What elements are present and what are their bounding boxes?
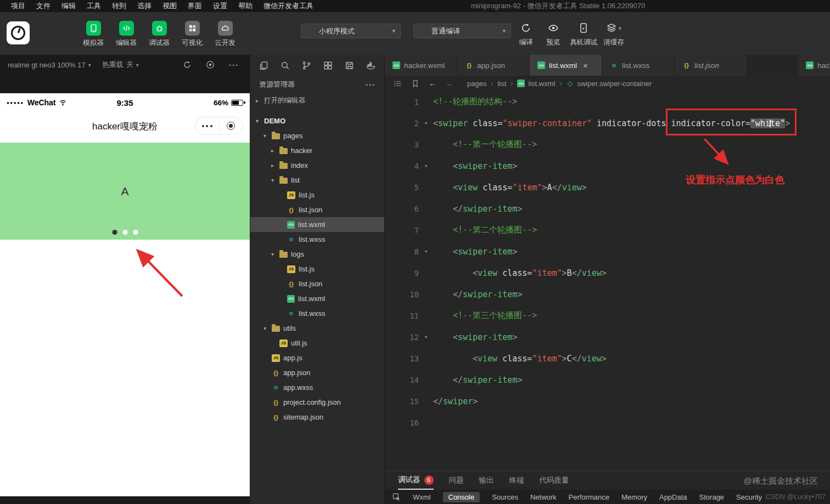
breadcrumb-item-pages[interactable]: pages: [467, 80, 486, 88]
tree-item-list[interactable]: ▾list: [250, 173, 384, 188]
tree-chevron-icon[interactable]: ▾: [254, 118, 261, 124]
more-actions-icon[interactable]: ···: [366, 80, 375, 89]
tab-list.wxss[interactable]: ≡list.wxss: [602, 55, 675, 76]
docker-icon[interactable]: [366, 61, 375, 70]
fold-toggle-icon[interactable]: ▾: [419, 120, 433, 127]
refresh-icon[interactable]: [183, 60, 192, 69]
debug-tab-Console[interactable]: Console: [443, 492, 480, 502]
close-icon[interactable]: ×: [583, 61, 588, 70]
tree-item-DEMO[interactable]: ▾DEMO: [250, 114, 384, 128]
code-text[interactable]: <!--第二个轮播图-->: [433, 225, 537, 235]
tree-item-list.js[interactable]: JSlist.js: [250, 262, 384, 276]
back-arrow-icon[interactable]: ←: [429, 79, 436, 88]
code-text[interactable]: <view class="item">C</view>: [433, 354, 607, 364]
code-editor[interactable]: 1<!--轮播图的结构-->2▾<swiper class="swiper-co…: [385, 91, 830, 471]
debug-tab-Storage[interactable]: Storage: [699, 493, 725, 501]
breadcrumb-item-list.wxml[interactable]: <>list.wxml: [517, 80, 555, 88]
code-text[interactable]: <swiper class="swiper-container" indicat…: [433, 118, 790, 128]
record-stop-icon[interactable]: [206, 60, 215, 69]
tree-chevron-icon[interactable]: ▾: [269, 251, 276, 257]
toolbar-button-device-debug[interactable]: 真机调试: [567, 21, 600, 47]
tree-item-logs[interactable]: ▾logs: [250, 247, 384, 262]
debug-tab-Network[interactable]: Network: [530, 493, 557, 501]
tree-item-list.wxss[interactable]: ≡list.wxss: [250, 306, 384, 321]
tree-chevron-icon[interactable]: ▸: [269, 148, 276, 154]
menu-item-1[interactable]: 文件: [31, 1, 56, 11]
menu-item-2[interactable]: 编辑: [56, 1, 81, 11]
swiper-item-a[interactable]: A: [0, 143, 250, 240]
breadcrumb-item-list[interactable]: list: [497, 80, 506, 88]
debug-tab-Sources[interactable]: Sources: [492, 493, 518, 501]
tree-item-打开的编辑器[interactable]: ▸打开的编辑器: [250, 93, 384, 108]
tree-chevron-icon[interactable]: ▾: [269, 177, 276, 183]
code-text[interactable]: </swiper-item>: [433, 204, 522, 214]
menu-item-10[interactable]: 微信开发者工具: [258, 1, 319, 11]
code-text[interactable]: <!--第三个轮播图-->: [433, 310, 537, 321]
breadcrumb-item-swiper.swiper-container[interactable]: ◇swiper.swiper-container: [566, 80, 652, 88]
more-actions-icon[interactable]: ···: [229, 60, 239, 70]
menu-item-9[interactable]: 帮助: [233, 1, 258, 11]
code-text[interactable]: <!--轮播图的结构-->: [433, 97, 517, 107]
tree-item-app.json[interactable]: {}app.json: [250, 365, 384, 380]
tree-chevron-icon[interactable]: ▸: [269, 162, 276, 168]
menu-item-0[interactable]: 项目: [5, 1, 31, 11]
tab-hacker.wxml[interactable]: <>hacker.wxml: [385, 55, 457, 76]
code-text[interactable]: <swiper-item>: [433, 332, 517, 342]
git-branch-icon[interactable]: [302, 61, 311, 70]
menu-item-8[interactable]: 设置: [208, 1, 233, 11]
tree-item-project.config.json[interactable]: {}project.config.json: [250, 395, 384, 410]
menu-item-5[interactable]: 选择: [132, 1, 157, 11]
tree-chevron-icon[interactable]: ▾: [261, 325, 268, 331]
tab-hacke[interactable]: <>hacke: [798, 55, 830, 76]
debug-tab-Memory[interactable]: Memory: [621, 493, 647, 501]
tab-list.wxml[interactable]: <>list.wxml×: [530, 55, 602, 76]
panel-tab-代码质量[interactable]: 代码质量: [540, 471, 569, 490]
debug-tab-Wxml[interactable]: Wxml: [413, 493, 431, 501]
code-text[interactable]: <view class="item">B</view>: [433, 268, 607, 278]
toolbar-button-compile-refresh[interactable]: 编译: [512, 21, 540, 47]
inspect-element-icon[interactable]: [392, 493, 401, 501]
hot-reload-toggle[interactable]: 热重载 关 ▾: [102, 60, 139, 70]
code-text[interactable]: <swiper-item>: [433, 247, 517, 257]
debug-tab-Security[interactable]: Security: [736, 493, 762, 501]
tab-app.json[interactable]: {}app.json: [457, 55, 530, 76]
tree-item-pages[interactable]: ▾pages: [250, 128, 384, 143]
code-text[interactable]: </swiper-item>: [433, 290, 522, 299]
tree-item-hacker[interactable]: ▸hacker: [250, 143, 384, 158]
forward-arrow-icon[interactable]: →: [445, 79, 452, 88]
panel-tab-问题[interactable]: 问题: [449, 471, 464, 490]
toolbar-button-simulator-phone[interactable]: 模拟器: [80, 21, 106, 48]
toolbar-button-debugger-bug[interactable]: 调试器: [146, 21, 172, 48]
tree-item-list.wxss[interactable]: ≡list.wxss: [250, 232, 384, 247]
tree-item-list.json[interactable]: {}list.json: [250, 276, 384, 291]
code-text[interactable]: <swiper-item>: [433, 161, 517, 171]
menu-item-4[interactable]: 转到: [106, 1, 132, 11]
panel-tab-输出[interactable]: 输出: [479, 471, 494, 490]
toolbar-button-clear-cache-layers[interactable]: ▾清缓存: [600, 21, 627, 47]
menu-item-6[interactable]: 视图: [157, 1, 182, 11]
tree-item-app.js[interactable]: JSapp.js: [250, 350, 384, 365]
save-all-icon[interactable]: [345, 61, 354, 70]
tree-chevron-icon[interactable]: ▸: [254, 98, 261, 104]
tree-item-list.wxml[interactable]: <>list.wxml: [250, 217, 384, 232]
tree-item-list.wxml[interactable]: <>list.wxml: [250, 291, 384, 306]
device-select[interactable]: realme gt neo3 100% 17 ▾: [8, 61, 91, 69]
tree-chevron-icon[interactable]: ▾: [261, 133, 268, 139]
toolbar-button-editor-code[interactable]: 编辑器: [113, 21, 139, 48]
tree-item-util.js[interactable]: JSutil.js: [250, 336, 384, 350]
tab-list.json[interactable]: {}list.json: [675, 55, 747, 76]
tree-item-list.js[interactable]: JSlist.js: [250, 188, 384, 202]
code-text[interactable]: <view class="item">A</view>: [433, 183, 587, 192]
debug-tab-AppData[interactable]: AppData: [659, 493, 687, 501]
tree-item-sitemap.json[interactable]: {}sitemap.json: [250, 410, 384, 424]
outline-icon[interactable]: [394, 80, 402, 88]
panel-tab-终端[interactable]: 终端: [509, 471, 524, 490]
panel-tab-调试器[interactable]: 调试器6: [398, 471, 434, 490]
compile-mode-select[interactable]: 普通编译 ▾: [413, 24, 511, 38]
capsule-more-button[interactable]: [195, 117, 219, 134]
toolbar-button-visualization-grid[interactable]: 可视化: [179, 21, 205, 48]
tree-item-index[interactable]: ▸index: [250, 158, 384, 173]
fold-toggle-icon[interactable]: ▾: [419, 162, 433, 169]
toolbar-button-cloud-dev[interactable]: 云开发: [212, 21, 238, 48]
capsule-home-button[interactable]: [220, 117, 243, 134]
